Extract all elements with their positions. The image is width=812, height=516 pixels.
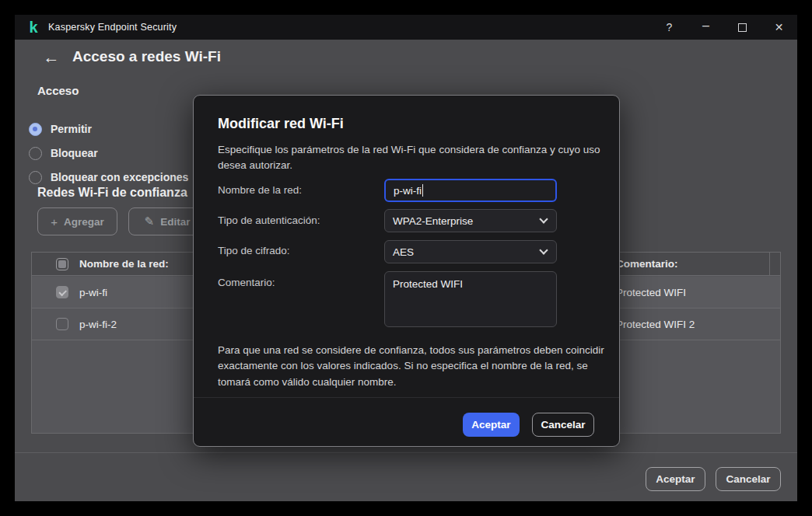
dialog-title: Modificar red Wi-Fi xyxy=(218,116,344,132)
radio-icon xyxy=(29,171,42,184)
app-window: k Kaspersky Endpoint Security ? – ✕ ← Ac… xyxy=(15,15,797,501)
name-column-header: Nombre de la red: xyxy=(79,253,169,275)
comment-label: Comentario: xyxy=(218,277,275,288)
help-icon[interactable]: ? xyxy=(651,15,688,40)
comment-value: Protected WIFI xyxy=(393,278,463,290)
cipher-type-select[interactable]: AES xyxy=(384,240,557,263)
network-name-input[interactable]: p-wi-fi xyxy=(384,179,557,202)
radio-label: Bloquear con excepciones xyxy=(51,171,188,183)
auth-type-label: Tipo de autenticación: xyxy=(218,214,320,226)
network-comment-cell: Protected WIFI 2 xyxy=(616,309,695,340)
cipher-type-label: Tipo de cifrado: xyxy=(218,245,290,256)
titlebar: k Kaspersky Endpoint Security ? – ✕ xyxy=(15,15,797,40)
auth-type-select[interactable]: WPA2-Enterprise xyxy=(384,209,557,232)
auth-type-value: WPA2-Enterprise xyxy=(393,215,473,227)
kaspersky-logo-icon: k xyxy=(26,19,41,35)
window-controls: ? – ✕ xyxy=(651,15,797,40)
text-caret xyxy=(422,184,423,197)
edit-label: Editar xyxy=(160,216,190,228)
network-comment-cell: Protected WIFI xyxy=(616,277,686,308)
dialog-footer-divider xyxy=(194,397,619,398)
radio-label: Permitir xyxy=(51,123,92,135)
radio-permitir[interactable]: Permitir xyxy=(29,121,92,137)
pencil-icon: ✎ xyxy=(145,214,155,228)
minimize-icon[interactable]: – xyxy=(688,15,724,40)
back-button[interactable]: ← xyxy=(40,47,62,68)
radio-bloquear[interactable]: Bloquear xyxy=(29,145,98,161)
select-all-checkbox[interactable] xyxy=(56,258,68,270)
plus-icon: + xyxy=(51,215,58,228)
network-name-label: Nombre de la red: xyxy=(218,184,302,196)
trusted-section-title: Redes Wi-Fi de confianza xyxy=(37,186,187,200)
add-network-button[interactable]: + Agregar xyxy=(37,207,117,235)
chevron-down-icon xyxy=(539,246,548,254)
network-name-cell: p-wi-fi xyxy=(79,277,107,308)
network-name-cell: p-wi-fi-2 xyxy=(79,309,117,340)
radio-bloquear-excepciones[interactable]: Bloquear con excepciones xyxy=(29,169,188,185)
dialog-cancel-button[interactable]: Cancelar xyxy=(532,413,594,437)
dialog-accept-button[interactable]: Aceptar xyxy=(463,413,520,437)
comment-column-header: Comentario: xyxy=(616,253,678,275)
dialog-note: Para que una red se considere de confian… xyxy=(218,343,607,390)
cipher-type-value: AES xyxy=(393,246,414,258)
row-checkbox-checked[interactable] xyxy=(56,286,68,298)
maximize-box xyxy=(738,23,747,32)
add-label: Agregar xyxy=(64,216,104,228)
radio-selected-icon xyxy=(29,123,42,136)
close-icon[interactable]: ✕ xyxy=(761,15,797,40)
network-name-value: p-wi-fi xyxy=(394,185,422,197)
access-section-title: Acceso xyxy=(37,84,79,97)
app-title: Kaspersky Endpoint Security xyxy=(48,15,177,40)
modify-wifi-dialog: Modificar red Wi-Fi Especifique los pará… xyxy=(193,95,620,447)
cancel-button[interactable]: Cancelar xyxy=(716,467,781,491)
radio-icon xyxy=(29,147,42,160)
scrollbar-gutter xyxy=(769,253,780,276)
page-title: Acceso a redes Wi-Fi xyxy=(72,48,221,65)
accept-button[interactable]: Aceptar xyxy=(646,467,705,491)
row-checkbox[interactable] xyxy=(56,318,68,330)
chevron-down-icon xyxy=(539,214,548,223)
screen: k Kaspersky Endpoint Security ? – ✕ ← Ac… xyxy=(0,0,812,516)
maximize-icon[interactable] xyxy=(724,15,761,40)
dialog-description: Especifique los parámetros de la red Wi-… xyxy=(218,142,600,173)
footer-divider xyxy=(15,452,797,453)
radio-label: Bloquear xyxy=(51,147,98,159)
comment-textarea[interactable]: Protected WIFI xyxy=(384,271,557,327)
